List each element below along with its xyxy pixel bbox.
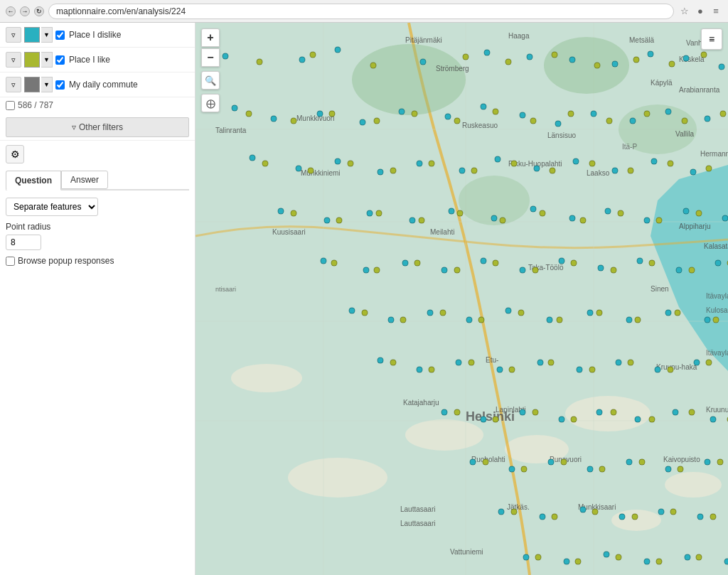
- user-icon[interactable]: ●: [694, 5, 707, 18]
- svg-text:Pitäjänmäki: Pitäjänmäki: [405, 36, 442, 44]
- svg-point-5: [231, 364, 302, 392]
- svg-point-4: [288, 458, 387, 498]
- layers-button[interactable]: ≡: [701, 28, 722, 50]
- svg-text:Länsisuo: Länsisuo: [547, 131, 576, 139]
- sidebar: ▿ ▼ Place I dislike ▿ ▼ Place I like ▿ ▼: [0, 23, 196, 575]
- svg-point-3: [405, 419, 483, 451]
- back-button[interactable]: ←: [6, 6, 16, 16]
- zoom-in-button[interactable]: +: [201, 28, 220, 47]
- swatch-dropdown-dislike[interactable]: ▼: [41, 27, 53, 43]
- layer-label-dislike: Place I dislike: [69, 30, 121, 40]
- tab-answer[interactable]: Answer: [61, 171, 108, 189]
- swatch-dropdown-like[interactable]: ▼: [41, 52, 53, 68]
- svg-point-10: [459, 176, 530, 225]
- svg-text:Kalasatama: Kalasatama: [704, 242, 728, 250]
- svg-text:Munkkiniemi: Munkkiniemi: [301, 169, 341, 177]
- svg-text:Kulosaari: Kulosaari: [706, 306, 728, 314]
- svg-text:Alppiharju: Alppiharju: [679, 222, 710, 230]
- svg-text:Kápylä: Kápylä: [651, 79, 673, 87]
- svg-text:Itä-P: Itä-P: [622, 143, 637, 151]
- layer-checkbox-commute[interactable]: [55, 80, 65, 90]
- other-filters-button[interactable]: ▿ Other filters: [6, 117, 189, 137]
- svg-text:Jätkäs.: Jätkäs.: [507, 503, 530, 511]
- svg-text:Hermanni: Hermanni: [700, 150, 728, 158]
- tab-question[interactable]: Question: [6, 171, 61, 190]
- separate-features-select[interactable]: Separate features: [6, 198, 98, 216]
- svg-text:Katajaharju: Katajaharju: [403, 399, 439, 407]
- svg-text:Taka-Töölö: Taka-Töölö: [528, 264, 564, 272]
- svg-text:Punavuori: Punavuori: [550, 456, 582, 463]
- color-swatch-dislike[interactable]: [24, 27, 40, 43]
- forward-button[interactable]: →: [20, 6, 30, 16]
- url-bar[interactable]: maptionnaire.com/en/analysis/224: [48, 4, 674, 19]
- point-radius-input[interactable]: [6, 235, 41, 250]
- svg-text:Sinen: Sinen: [651, 285, 669, 293]
- svg-text:Kruunuvuo: Kruunuvuo: [706, 406, 728, 414]
- layer-dislike: ▿ ▼ Place I dislike: [0, 23, 195, 48]
- svg-point-6: [665, 472, 722, 498]
- svg-text:Ruoholahti: Ruoholahti: [471, 456, 505, 463]
- swatch-dropdown-commute[interactable]: ▼: [41, 77, 53, 92]
- zoom-out-button[interactable]: −: [201, 48, 220, 67]
- search-button[interactable]: 🔍: [201, 71, 220, 90]
- svg-text:Lauttasaari: Lauttasaari: [400, 505, 435, 513]
- tab-row: Question Answer: [6, 171, 189, 190]
- svg-point-8: [352, 44, 466, 115]
- layer-checkbox-dislike[interactable]: [55, 31, 65, 40]
- svg-text:Ruskeasuo: Ruskeasuo: [462, 122, 498, 129]
- layer-label-commute: My daily commute: [69, 80, 138, 90]
- response-count-row: 586 / 787: [0, 97, 195, 114]
- gear-button[interactable]: ⚙: [6, 145, 24, 163]
- svg-point-7: [611, 510, 661, 531]
- svg-text:Arabianranta: Arabianranta: [679, 86, 720, 94]
- layer-checkbox-like[interactable]: [55, 55, 65, 65]
- response-count-text: 586 / 787: [18, 100, 53, 110]
- menu-icon[interactable]: ≡: [710, 5, 722, 18]
- svg-text:Strömberg: Strömberg: [436, 65, 469, 72]
- map-controls: + − 🔍 ⨁: [201, 28, 220, 112]
- color-swatch-like[interactable]: [24, 52, 40, 68]
- svg-text:Munkkivuori: Munkkivuori: [296, 114, 334, 122]
- browser-toolbar: ← → ↻ maptionnaire.com/en/analysis/224 ☆…: [0, 0, 728, 23]
- gear-row: ⚙: [0, 140, 195, 168]
- layer-like: ▿ ▼ Place I like: [0, 48, 195, 72]
- browse-popup-label: Browse popup responses: [18, 256, 114, 266]
- svg-text:Kuusisaari: Kuusisaari: [272, 228, 306, 236]
- svg-text:Itävayla: Itävayla: [706, 292, 728, 300]
- swatch-wrap-dislike: ▼: [24, 27, 53, 43]
- map-background: Helsinki Pitäjänmäki Haaga Metsälä Koske…: [196, 23, 728, 575]
- svg-text:Meilahti: Meilahti: [430, 228, 454, 236]
- star-icon[interactable]: ☆: [678, 5, 691, 18]
- swatch-wrap-commute: ▼: [24, 77, 53, 92]
- point-radius-label: Point radius: [6, 222, 189, 232]
- layer-filter-dislike[interactable]: ▿: [6, 27, 21, 43]
- color-swatch-commute[interactable]: [24, 77, 40, 92]
- svg-text:Munkkisaari: Munkkisaari: [578, 503, 616, 511]
- refresh-button[interactable]: ↻: [34, 6, 44, 16]
- browse-popup-checkbox[interactable]: [6, 257, 15, 266]
- url-text: maptionnaire.com/en/analysis/224: [56, 6, 186, 16]
- map-area[interactable]: Helsinki Pitäjänmäki Haaga Metsälä Koske…: [196, 23, 728, 575]
- svg-text:Laakso: Laakso: [587, 169, 610, 177]
- svg-text:Itävayla: Itävayla: [706, 349, 728, 357]
- svg-text:Metsälä: Metsälä: [629, 36, 654, 44]
- svg-text:ntisaari: ntisaari: [215, 286, 236, 293]
- svg-text:Haaga: Haaga: [508, 32, 530, 40]
- locate-button[interactable]: ⨁: [201, 94, 220, 112]
- analysis-section: Separate features Point radius Browse po…: [0, 190, 195, 273]
- svg-text:Kruunu-haka: Kruunu-haka: [656, 363, 697, 371]
- other-filters-label: Other filters: [79, 122, 123, 132]
- svg-text:Pikku-Huopalahti: Pikku-Huopalahti: [508, 160, 562, 168]
- svg-text:Koskela: Koskela: [679, 55, 705, 63]
- layer-filter-commute[interactable]: ▿: [6, 77, 21, 92]
- layer-filter-like[interactable]: ▿: [6, 52, 21, 68]
- svg-text:Vallila: Vallila: [675, 130, 694, 138]
- svg-text:Etu-: Etu-: [486, 356, 498, 364]
- browse-popup-row: Browse popup responses: [6, 256, 189, 266]
- response-count-checkbox[interactable]: [6, 101, 15, 110]
- svg-point-1: [565, 396, 651, 431]
- separate-features-row: Separate features: [6, 198, 189, 216]
- svg-text:Talinranta: Talinranta: [215, 127, 247, 134]
- filter-icon: ▿: [72, 122, 76, 132]
- svg-text:Vattuniemi: Vattuniemi: [450, 548, 483, 556]
